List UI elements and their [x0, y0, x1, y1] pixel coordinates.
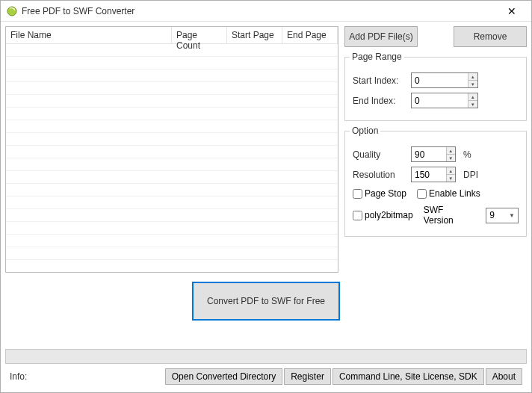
right-panel: Add PDF File(s) Remove Page Range Start …: [344, 26, 527, 273]
resolution-spinner[interactable]: ▲▼: [411, 167, 456, 182]
quality-label: Quality: [353, 149, 406, 160]
grid-header: File Name Page Count Start Page End Page: [6, 27, 338, 44]
command-line-button[interactable]: Command Line, Site License, SDK: [332, 368, 484, 385]
option-group: Option Quality ▲▼ % Resolution ▲▼: [344, 126, 527, 237]
app-window: Free PDF to SWF Converter ✕ File Name Pa…: [0, 0, 532, 393]
spin-down-icon[interactable]: ▼: [447, 175, 455, 182]
table-row: [6, 146, 338, 158]
spin-down-icon[interactable]: ▼: [447, 155, 455, 161]
table-row: [6, 209, 338, 222]
enable-links-check[interactable]: Enable Links: [417, 188, 480, 199]
client-area: File Name Page Count Start Page End Page: [1, 22, 531, 392]
table-row: [6, 133, 338, 146]
table-row: [6, 95, 338, 108]
quality-spinner[interactable]: ▲▼: [411, 146, 456, 162]
poly2bitmap-check[interactable]: poly2bitmap: [353, 210, 413, 220]
file-grid[interactable]: File Name Page Count Start Page End Page: [5, 26, 338, 273]
page-stop-label: Page Stop: [365, 188, 406, 199]
start-index-label: Start Index:: [353, 75, 406, 86]
poly2bitmap-label: poly2bitmap: [365, 210, 413, 220]
convert-button[interactable]: Convert PDF to SWF for Free: [192, 282, 340, 321]
resolution-input[interactable]: [412, 167, 446, 182]
enable-links-label: Enable Links: [429, 188, 480, 199]
resolution-unit: DPI: [463, 170, 478, 180]
poly2bitmap-checkbox[interactable]: [353, 211, 362, 220]
about-button[interactable]: About: [486, 368, 522, 385]
title-bar: Free PDF to SWF Converter ✕: [1, 1, 531, 22]
col-file-name[interactable]: File Name: [6, 27, 172, 43]
enable-links-checkbox[interactable]: [417, 189, 427, 199]
page-stop-checkbox[interactable]: [353, 189, 362, 199]
resolution-label: Resolution: [353, 170, 406, 180]
end-index-label: End Index:: [353, 96, 406, 106]
progress-bar: [5, 349, 527, 364]
table-row: [6, 108, 338, 120]
table-row: [6, 184, 338, 196]
table-row: [6, 196, 338, 209]
quality-input[interactable]: [412, 147, 446, 161]
table-row: [6, 171, 338, 184]
col-page-count[interactable]: Page Count: [172, 27, 227, 43]
spin-down-icon[interactable]: ▼: [468, 101, 477, 108]
end-index-spinner[interactable]: ▲▼: [411, 93, 478, 108]
page-stop-check[interactable]: Page Stop: [353, 188, 406, 199]
table-row: [6, 158, 338, 171]
info-label: Info:: [10, 371, 27, 382]
table-row: [6, 82, 338, 95]
grid-body[interactable]: [6, 44, 338, 272]
spin-up-icon[interactable]: ▲: [468, 93, 477, 101]
window-title: Free PDF to SWF Converter: [22, 6, 498, 16]
table-row: [6, 222, 338, 235]
col-end-page[interactable]: End Page: [282, 27, 338, 43]
swf-version-select[interactable]: 9 ▼: [486, 208, 519, 223]
quality-unit: %: [463, 149, 471, 160]
table-row: [6, 235, 338, 247]
spin-down-icon[interactable]: ▼: [468, 81, 477, 87]
table-row: [6, 44, 338, 57]
remove-button[interactable]: Remove: [454, 26, 527, 47]
page-range-group: Page Range Start Index: ▲▼ End Index: ▲▼: [344, 52, 527, 121]
table-row: [6, 69, 338, 82]
swf-version-value: 9: [489, 210, 495, 220]
page-range-legend: Page Range: [350, 52, 404, 62]
register-button[interactable]: Register: [284, 368, 331, 385]
table-row: [6, 120, 338, 133]
table-row: [6, 247, 338, 260]
start-index-input[interactable]: [412, 73, 468, 87]
start-index-spinner[interactable]: ▲▼: [411, 72, 478, 88]
spin-up-icon[interactable]: ▲: [447, 147, 455, 155]
app-icon: [7, 6, 17, 16]
spin-up-icon[interactable]: ▲: [468, 73, 477, 81]
bottom-bar: Info: Open Converted Directory Register …: [5, 367, 527, 388]
open-converted-directory-button[interactable]: Open Converted Directory: [165, 368, 282, 385]
chevron-down-icon: ▼: [509, 212, 515, 219]
close-icon[interactable]: ✕: [498, 1, 525, 21]
spin-up-icon[interactable]: ▲: [447, 167, 455, 175]
option-legend: Option: [350, 126, 380, 136]
table-row: [6, 57, 338, 69]
col-start-page[interactable]: Start Page: [227, 27, 282, 43]
end-index-input[interactable]: [412, 93, 468, 108]
swf-version-label: SWF Version: [424, 205, 476, 226]
add-pdf-button[interactable]: Add PDF File(s): [344, 26, 418, 47]
